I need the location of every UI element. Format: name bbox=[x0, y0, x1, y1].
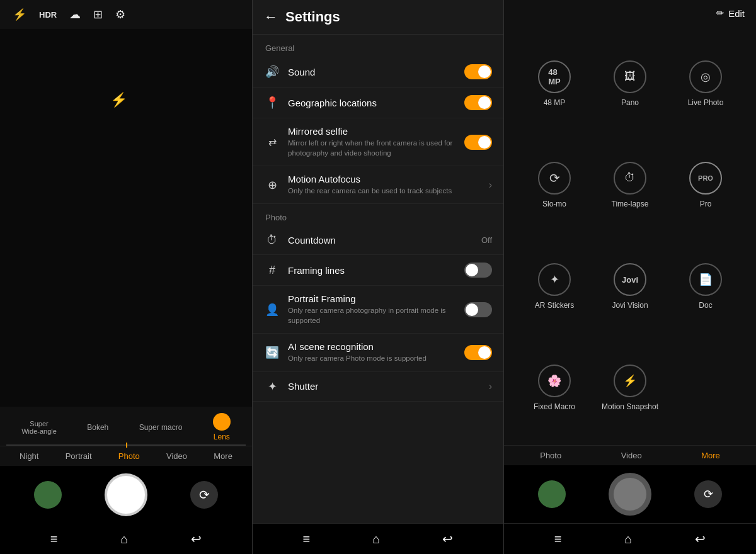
setting-portrait: 👤 Portrait Framing Only rear camera phot… bbox=[253, 286, 503, 334]
nav-home-left[interactable]: ⌂ bbox=[120, 532, 128, 546]
portrait-toggle[interactable] bbox=[464, 302, 492, 317]
shutter-button[interactable] bbox=[105, 473, 147, 516]
nav-back-left[interactable]: ↩ bbox=[191, 531, 202, 546]
setting-shutter[interactable]: ✦ Shutter › bbox=[253, 372, 503, 402]
countdown-value: Off bbox=[481, 235, 492, 245]
ai-toggle[interactable] bbox=[464, 345, 492, 360]
right-mode-more[interactable]: More bbox=[701, 451, 720, 460]
mirror-toggle[interactable] bbox=[464, 135, 492, 150]
pano-icon: 🖼 bbox=[614, 60, 646, 93]
mode-photo[interactable]: Photo bbox=[118, 451, 140, 461]
mode-more[interactable]: More bbox=[214, 451, 232, 461]
autofocus-desc: Only the rear camera can be used to trac… bbox=[288, 186, 481, 196]
lens-super-macro[interactable]: Super macro bbox=[139, 423, 183, 432]
mode-pro[interactable]: PRO Pro bbox=[668, 134, 743, 235]
mode-night[interactable]: Night bbox=[20, 451, 38, 461]
nav-bar-left: ≡ ⌂ ↩ bbox=[0, 524, 252, 554]
mode-pano[interactable]: 🖼 Pano bbox=[592, 33, 668, 134]
right-mode-bar: Photo Video More bbox=[504, 445, 756, 465]
sound-toggle[interactable] bbox=[464, 64, 492, 79]
shutter-chevron[interactable]: › bbox=[489, 381, 492, 392]
nav-back-right[interactable]: ↩ bbox=[695, 531, 706, 546]
doc-icon: 📄 bbox=[689, 263, 722, 296]
countdown-text: Countdown bbox=[288, 235, 474, 246]
setting-framing: # Framing lines bbox=[253, 255, 503, 286]
framing-toggle[interactable] bbox=[464, 263, 492, 278]
live-photo-icon: ◎ bbox=[689, 60, 722, 93]
ai-desc: Only rear camera Photo mode is supported bbox=[288, 353, 457, 363]
right-mode-video[interactable]: Video bbox=[621, 451, 642, 460]
flash-icon[interactable]: ⚡ bbox=[13, 8, 26, 21]
mode-doc[interactable]: 📄 Doc bbox=[668, 236, 743, 337]
setting-mirror: ⇄ Mirrored selfie Mirror left or right w… bbox=[253, 118, 503, 166]
autofocus-icon: ⊕ bbox=[264, 178, 280, 192]
shutter-setting-icon: ✦ bbox=[264, 380, 280, 393]
edit-button[interactable]: ✏ Edit bbox=[716, 8, 745, 19]
scene-icon[interactable]: ☁ bbox=[69, 8, 81, 21]
section-photo: Photo bbox=[253, 204, 503, 226]
zoom-ruler[interactable] bbox=[6, 444, 246, 446]
autofocus-text: Motion Autofocus Only the rear camera ca… bbox=[288, 174, 481, 196]
settings-body: General 🔊 Sound 📍 Geographic locations ⇄… bbox=[253, 35, 503, 523]
fixed-macro-label: Fixed Macro bbox=[534, 402, 575, 411]
mode-video[interactable]: Video bbox=[166, 451, 187, 461]
mode-jovi[interactable]: Jovi Jovi Vision bbox=[592, 236, 668, 337]
portrait-desc: Only rear camera photography in portrait… bbox=[288, 305, 457, 325]
hdr-icon[interactable]: HDR bbox=[39, 10, 57, 20]
mode-48mp[interactable]: 48MP 48 MP bbox=[517, 33, 592, 134]
mode-portrait[interactable]: Portrait bbox=[66, 451, 92, 461]
right-mode-photo[interactable]: Photo bbox=[540, 451, 561, 460]
nav-back-mid[interactable]: ↩ bbox=[442, 531, 453, 546]
mode-timelapse[interactable]: ⏱ Time-lapse bbox=[592, 134, 668, 235]
ai-text: AI scene recognition Only rear camera Ph… bbox=[288, 341, 457, 363]
settings-panel: ← Settings General 🔊 Sound 📍 Geographic … bbox=[252, 0, 504, 554]
gallery-thumb[interactable] bbox=[34, 481, 62, 509]
nav-home-mid[interactable]: ⌂ bbox=[372, 532, 380, 546]
nav-bar-right: ≡ ⌂ ↩ bbox=[504, 523, 756, 554]
nav-bar-mid: ≡ ⌂ ↩ bbox=[253, 523, 503, 554]
right-shutter-button[interactable] bbox=[609, 473, 651, 516]
mirror-text: Mirrored selfie Mirror left or right whe… bbox=[288, 126, 457, 158]
flash-mid-icon: ⚡ bbox=[110, 92, 127, 108]
countdown-label: Countdown bbox=[288, 235, 474, 246]
left-camera-panel: ⚡ HDR ☁ ⊞ ⚙ ⚡ Super Wide-angle Bokeh Sup… bbox=[0, 0, 252, 554]
fixed-macro-icon: 🌸 bbox=[538, 365, 571, 397]
shutter-label: Shutter bbox=[288, 381, 481, 392]
lens-bokeh[interactable]: Bokeh bbox=[87, 423, 108, 432]
setting-countdown[interactable]: ⏱ Countdown Off bbox=[253, 226, 503, 255]
mode-motion-snapshot[interactable]: ⚡ Motion Snapshot bbox=[592, 337, 668, 439]
jovi-label: Jovi Vision bbox=[612, 301, 648, 310]
lens-super-wide[interactable]: Super Wide-angle bbox=[21, 420, 57, 435]
motion-snapshot-label: Motion Snapshot bbox=[602, 402, 658, 411]
doc-label: Doc bbox=[699, 301, 712, 310]
right-gallery-thumb[interactable] bbox=[538, 480, 566, 508]
edit-label: Edit bbox=[728, 8, 745, 19]
nav-menu-left[interactable]: ≡ bbox=[50, 532, 58, 546]
shutter-setting-text: Shutter bbox=[288, 381, 481, 392]
shutter-inner bbox=[111, 480, 141, 510]
mode-live-photo[interactable]: ◎ Live Photo bbox=[668, 33, 743, 134]
right-shutter-bar: ⟳ bbox=[504, 465, 756, 523]
sound-label: Sound bbox=[288, 67, 457, 77]
pro-icon: PRO bbox=[689, 162, 722, 195]
nav-menu-right[interactable]: ≡ bbox=[554, 532, 562, 546]
nav-menu-mid[interactable]: ≡ bbox=[303, 532, 311, 546]
setting-geo: 📍 Geographic locations bbox=[253, 88, 503, 118]
geo-toggle[interactable] bbox=[464, 95, 492, 110]
48mp-icon: 48MP bbox=[538, 60, 571, 93]
settings-back-button[interactable]: ← bbox=[264, 9, 278, 25]
mode-slomo[interactable]: ⟳ Slo-mo bbox=[517, 134, 592, 235]
portrait-label: Portrait Framing bbox=[288, 293, 457, 304]
autofocus-chevron[interactable]: › bbox=[489, 179, 492, 191]
nav-home-right[interactable]: ⌂ bbox=[624, 532, 632, 546]
mode-ar[interactable]: ✦ AR Stickers bbox=[517, 236, 592, 337]
pano-label: Pano bbox=[621, 98, 639, 107]
lens-lens[interactable]: Lens bbox=[213, 413, 231, 441]
mode-fixed-macro[interactable]: 🌸 Fixed Macro bbox=[517, 337, 592, 439]
lens-modes-bar: Super Wide-angle Bokeh Super macro Lens bbox=[0, 407, 252, 444]
switch-camera-button[interactable]: ⟳ bbox=[190, 481, 218, 509]
right-switch-camera[interactable]: ⟳ bbox=[694, 480, 722, 508]
ratio-icon[interactable]: ⊞ bbox=[93, 8, 103, 21]
settings-icon[interactable]: ⚙ bbox=[115, 8, 125, 21]
geo-label: Geographic locations bbox=[288, 98, 457, 108]
